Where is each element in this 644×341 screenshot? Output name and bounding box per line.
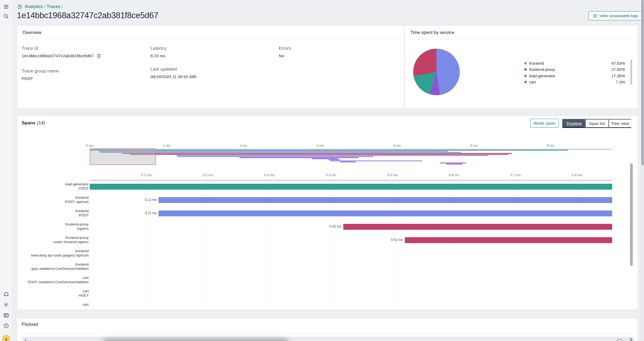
axis-tick-label: 4 ms bbox=[388, 144, 406, 148]
span-bar[interactable] bbox=[343, 224, 612, 230]
axis-tick-label: 0.1 ms bbox=[137, 173, 156, 177]
overview-field: Trace Id1e14bbc1968a32747c2ab381f8ce5d67 bbox=[22, 46, 101, 58]
compass-icon bbox=[593, 13, 597, 18]
span-service: cart bbox=[17, 276, 89, 280]
axis-tick-label: 3 ms bbox=[311, 144, 330, 148]
legend-row[interactable]: cart7.3% bbox=[524, 79, 625, 85]
terminal-icon[interactable] bbox=[3, 312, 9, 318]
search-icon[interactable] bbox=[3, 13, 9, 19]
span-row-label[interactable]: frontendPOST /api/cart bbox=[17, 196, 89, 204]
minimap-span-bar[interactable] bbox=[446, 164, 462, 164]
view-associated-logs-label: View associated logs bbox=[600, 13, 638, 18]
legend-percent: 7.3% bbox=[616, 80, 625, 84]
breadcrumb-link[interactable]: Traces bbox=[47, 4, 60, 9]
span-row-label[interactable]: frontendgrpc.oteldemo.CartService/AddIte… bbox=[17, 262, 89, 271]
copy-icon[interactable] bbox=[96, 53, 101, 58]
span-operation: POST bbox=[17, 186, 89, 191]
tab-timeline[interactable]: Timeline bbox=[562, 119, 585, 128]
axis-tick-label: 6 ms bbox=[541, 144, 560, 148]
minimap-span-bar[interactable] bbox=[90, 150, 568, 151]
span-service: cart bbox=[17, 302, 89, 307]
span-row-label[interactable]: cartPOST /oteldemo.CartService/AddItem bbox=[17, 276, 89, 284]
minimap-span-bar[interactable] bbox=[330, 160, 422, 161]
field-value-text: 6.23 ms bbox=[150, 53, 165, 58]
minimap-span-bar[interactable] bbox=[130, 154, 508, 155]
legend-percent: 47.53% bbox=[611, 61, 625, 66]
menu-icon[interactable] bbox=[3, 4, 9, 10]
axis-tick-label: 0 ms bbox=[80, 144, 99, 148]
span-row-label[interactable]: frontend-proxyrouter frontend egress bbox=[17, 236, 89, 244]
overview-field: Latency6.23 ms bbox=[150, 46, 167, 58]
span-operation: POST /api/cart bbox=[17, 200, 89, 204]
span-operation: HGET bbox=[17, 293, 89, 298]
span-row-label[interactable]: frontendexecuting api route (pages) /api… bbox=[17, 249, 89, 258]
legend-row[interactable]: frontend47.53% bbox=[524, 60, 625, 66]
page-scrollbar-track[interactable] bbox=[641, 0, 644, 341]
span-duration-label: 0.12 ms bbox=[134, 211, 157, 215]
legend-label: cart bbox=[529, 80, 536, 84]
gridline bbox=[551, 149, 551, 165]
settings-icon[interactable] bbox=[3, 302, 9, 308]
payload-blur-overlay bbox=[103, 338, 288, 341]
home-icon[interactable] bbox=[3, 291, 9, 297]
span-bar[interactable] bbox=[159, 210, 612, 216]
legend-dot bbox=[524, 81, 527, 83]
history-icon bbox=[17, 4, 22, 9]
field-value: 6.23 ms bbox=[150, 53, 167, 58]
minimap-span-bar[interactable] bbox=[329, 159, 340, 160]
info-icon[interactable] bbox=[3, 323, 9, 329]
breadcrumb: Analytics / Traces / bbox=[17, 4, 63, 9]
minimap-span-bar[interactable] bbox=[312, 158, 338, 159]
axis-tick-label: 1 ms bbox=[157, 144, 176, 148]
span-row-label[interactable]: frontend-proxyingress bbox=[17, 222, 89, 231]
time-spent-pie-chart[interactable] bbox=[413, 49, 460, 95]
legend-percent: 17.35% bbox=[611, 74, 625, 78]
minimap-span-bar[interactable] bbox=[440, 163, 466, 163]
payload-code-preview: { bbox=[24, 339, 27, 341]
spans-title-label: Spans bbox=[22, 120, 35, 125]
minimap-span-bar[interactable] bbox=[176, 155, 488, 156]
view-associated-logs-button[interactable]: View associated logs bbox=[589, 11, 642, 20]
spans-card: Spans(14) Reset zoom TimelineSpan listTr… bbox=[17, 116, 638, 310]
legend-percent: 27.82% bbox=[611, 67, 625, 72]
field-label: Latency bbox=[150, 46, 167, 51]
span-row-label[interactable]: frontendPOST bbox=[17, 209, 89, 217]
field-value-text: POST bbox=[22, 76, 33, 81]
span-operation: grpc.oteldemo.CartService/AddItem bbox=[17, 267, 89, 271]
span-row-label[interactable]: cart bbox=[17, 302, 89, 307]
breadcrumb-separator: / bbox=[60, 4, 63, 9]
divider bbox=[410, 39, 632, 40]
page-scrollbar-thumb[interactable] bbox=[641, 0, 644, 165]
gridline bbox=[474, 149, 474, 165]
span-bar[interactable] bbox=[90, 184, 612, 190]
avatar[interactable]: a bbox=[2, 335, 10, 341]
breadcrumb-link[interactable]: Analytics bbox=[25, 4, 43, 9]
span-duration-label: 0.52 ms bbox=[381, 238, 403, 242]
axis-tick-label: 0.5 ms bbox=[383, 173, 402, 177]
minimap-span-bar[interactable] bbox=[239, 157, 359, 158]
field-label: Trace group name bbox=[22, 68, 59, 74]
minimap-span-bar[interactable] bbox=[122, 153, 513, 154]
minimap-span-bar[interactable] bbox=[177, 156, 373, 157]
minimap-span-bar[interactable] bbox=[340, 162, 355, 162]
minimap-selection[interactable] bbox=[90, 148, 156, 165]
tab-span-list[interactable]: Span list bbox=[585, 119, 608, 128]
legend-row[interactable]: frontend-proxy27.82% bbox=[524, 67, 625, 72]
payload-scrollbar[interactable] bbox=[630, 338, 632, 341]
legend-row[interactable]: load-generator17.35% bbox=[524, 73, 625, 78]
axis-tick-label: 0.7 ms bbox=[506, 173, 525, 177]
copy-icon[interactable] bbox=[617, 339, 622, 341]
axis-tick-label: 5 ms bbox=[465, 144, 483, 148]
span-bar[interactable] bbox=[159, 197, 612, 203]
payload-code-block[interactable]: { bbox=[22, 337, 634, 341]
span-bar[interactable] bbox=[405, 237, 612, 243]
span-row-label[interactable]: load-generatorPOST bbox=[17, 182, 89, 191]
span-row-label[interactable]: cartHGET bbox=[17, 289, 89, 298]
tab-tree-view[interactable]: Tree view bbox=[608, 119, 631, 128]
spans-scrollbar[interactable] bbox=[630, 163, 633, 266]
legend-dot bbox=[524, 62, 527, 64]
reset-zoom-button[interactable]: Reset zoom bbox=[530, 119, 559, 128]
legend-scrollbar[interactable] bbox=[630, 60, 632, 85]
axis-tick-label: 2 ms bbox=[234, 144, 253, 148]
span-service: frontend bbox=[17, 262, 89, 267]
